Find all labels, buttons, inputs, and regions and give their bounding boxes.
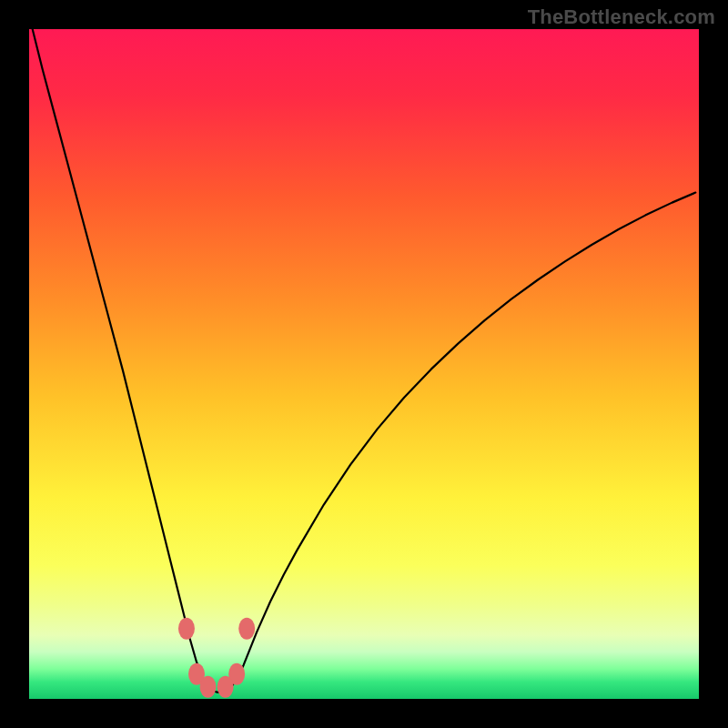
chart-svg: [29, 29, 699, 699]
watermark-text: TheBottleneck.com: [528, 5, 715, 29]
curve-marker: [200, 676, 217, 698]
curve-marker: [238, 618, 255, 640]
curve-marker: [217, 676, 234, 698]
curve-marker: [178, 618, 195, 640]
gradient-background: [29, 29, 699, 699]
chart-frame: TheBottleneck.com: [0, 0, 728, 728]
plot-area: [29, 29, 699, 699]
